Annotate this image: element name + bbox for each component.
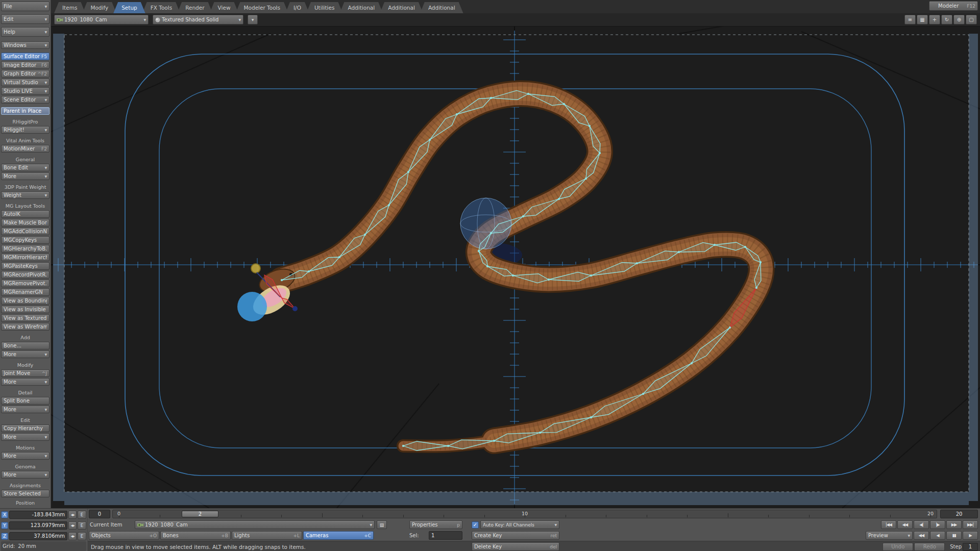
tab-i-o[interactable]: I/O	[285, 2, 309, 13]
sidebar-item-mgpastekeys[interactable]: MGPasteKeys	[1, 262, 50, 270]
sidebar-item-mgremovepivot[interactable]: MGRemovePivot...	[1, 280, 50, 287]
sidebar-item-motionmixer[interactable]: MotionMixerF2	[1, 145, 50, 153]
viewport-menu-button[interactable]: ▼	[248, 15, 258, 24]
preview-dropdown[interactable]: Preview▼	[866, 531, 913, 540]
spinner-control[interactable]: ◀▶	[68, 532, 77, 540]
selection-count-field[interactable]: 1	[429, 531, 462, 540]
redo-button[interactable]: Redo	[914, 543, 945, 551]
edit-menu[interactable]: Edit ▼	[1, 14, 50, 24]
sidebar-item-mghierarchytob[interactable]: MGHierarchyToB...	[1, 245, 50, 253]
tab-additional[interactable]: Additional	[380, 2, 423, 13]
sidebar-item-bone-edit[interactable]: Bone Edit▼	[1, 164, 50, 171]
sidebar-item-parent-in-place[interactable]: Parent in Place	[1, 107, 50, 115]
sidebar-item-copy-hierarchy[interactable]: Copy Hierarchy	[1, 424, 50, 432]
auto-key-dropdown[interactable]: Auto Key: All Channels ▼	[480, 520, 559, 529]
sidebar-item-autoik[interactable]: AutoIK	[1, 210, 50, 218]
sidebar-item-make-muscle-bone[interactable]: Make Muscle Bone	[1, 219, 50, 227]
tab-fx-tools[interactable]: FX Tools	[142, 2, 180, 13]
select-bones-button[interactable]: Bones+B	[160, 531, 231, 540]
sidebar-item-store-selected[interactable]: Store Selected	[1, 490, 50, 497]
sidebar-item-rhiggit[interactable]: RHiggit!▼	[1, 126, 50, 134]
next-frame-button[interactable]: |▶	[930, 520, 945, 529]
tab-modify[interactable]: Modify	[82, 2, 116, 13]
joint-handle[interactable]	[237, 292, 267, 321]
sidebar-item-split-bone[interactable]: Split Bone	[1, 397, 50, 405]
sidebar-item-more[interactable]: More▼	[1, 172, 50, 180]
modeler-button[interactable]: Modeler F12	[929, 1, 978, 11]
go-to-last-frame-button[interactable]: ▶▶|	[963, 520, 978, 529]
axis-y-button[interactable]: Y	[1, 522, 8, 529]
sidebar-item-mgmirrorhierarch[interactable]: MGMirrorHierarch...	[1, 254, 50, 261]
sidebar-item-more[interactable]: More▼	[1, 452, 50, 460]
undo-button[interactable]: Undo	[883, 543, 913, 551]
tab-modeler-tools[interactable]: Modeler Tools	[235, 2, 288, 13]
sidebar-item-more[interactable]: More▼	[1, 406, 50, 413]
tab-additional[interactable]: Additional	[420, 2, 463, 13]
sidebar-item-more[interactable]: More▼	[1, 378, 50, 386]
sidebar-item-mgrecordpivotr[interactable]: MGRecordPivotR...	[1, 271, 50, 279]
axis-z-button[interactable]: Z	[1, 533, 8, 540]
delete-key-button[interactable]: Delete Key del	[472, 542, 559, 551]
rotate-button[interactable]: ↻	[941, 15, 952, 24]
current-item-dropdown[interactable]: 1920_1080_Cam ▼	[135, 520, 375, 529]
sidebar-item-image-editor[interactable]: Image EditorF6	[1, 61, 50, 69]
camera-view-dropdown[interactable]: 1920_1080_Cam ▼	[54, 15, 149, 24]
viewport-canvas[interactable]	[51, 27, 980, 508]
help-menu[interactable]: Help ▼	[1, 27, 50, 37]
select-objects-button[interactable]: Objects+O	[89, 531, 159, 540]
pan-button[interactable]: +	[929, 15, 940, 24]
select-lights-button[interactable]: Lights+L	[232, 531, 302, 540]
item-list-button[interactable]: ▤	[377, 520, 387, 529]
preview-rewind-button[interactable]: ◀◀	[914, 531, 929, 540]
tab-items[interactable]: Items	[54, 2, 85, 13]
previous-frame-button[interactable]: ◀|	[914, 520, 929, 529]
tab-render[interactable]: Render	[177, 2, 212, 13]
sidebar-item-view-as-wireframe[interactable]: View as Wireframe	[1, 323, 50, 331]
position-y-field[interactable]: 123.0979mm	[9, 521, 67, 530]
envelope-button[interactable]: E	[78, 521, 86, 530]
properties-button[interactable]: Properties p	[409, 520, 462, 529]
position-x-field[interactable]: -183.843mm	[9, 511, 67, 519]
auto-key-checkbox[interactable]: ✓	[472, 521, 479, 529]
sidebar-item-bone[interactable]: Bone...	[1, 342, 50, 349]
sidebar-item-joint-move[interactable]: Joint Move^J	[1, 369, 50, 377]
sidebar-item-graph-editor[interactable]: Graph Editor^F2	[1, 70, 50, 78]
position-z-field[interactable]: 37.8106mm	[9, 532, 67, 540]
select-cameras-button[interactable]: Cameras+C	[303, 531, 374, 540]
sidebar-item-virtual-studio[interactable]: Virtual Studio▼	[1, 79, 50, 86]
tab-setup[interactable]: Setup	[113, 2, 145, 13]
step-field[interactable]: 1	[963, 543, 978, 551]
sidebar-item-studio-live[interactable]: Studio LIVE▼	[1, 87, 50, 95]
previous-keyframe-button[interactable]: ◀◀	[897, 520, 913, 529]
sidebar-item-surface-editor[interactable]: Surface EditorF5	[1, 53, 50, 60]
last-frame-field[interactable]: 20	[940, 510, 978, 518]
panes-button[interactable]: ▦	[917, 15, 928, 24]
tab-additional[interactable]: Additional	[339, 2, 383, 13]
envelope-button[interactable]: E	[78, 511, 86, 519]
sidebar-item-view-as-textured[interactable]: View as Textured	[1, 314, 50, 322]
rotation-handle[interactable]	[251, 264, 260, 273]
sidebar-item-mgaddcollisionn[interactable]: MGAddCollisionN...	[1, 228, 50, 235]
next-keyframe-button[interactable]: ▶▶	[946, 520, 962, 529]
sidebar-item-mgrenamergn[interactable]: MGRenamerGN	[1, 288, 50, 296]
first-frame-field[interactable]: 0	[89, 510, 110, 518]
file-menu[interactable]: File ▼	[1, 2, 50, 11]
sidebar-item-more[interactable]: More▼	[1, 433, 50, 441]
go-to-first-frame-button[interactable]: |◀◀	[881, 520, 896, 529]
sidebar-item-more[interactable]: More▼	[1, 350, 50, 358]
sidebar-item-scene-editor[interactable]: Scene Editor▼	[1, 96, 50, 104]
timeline-slider-handle[interactable]: 2	[182, 511, 218, 517]
viewport[interactable]	[51, 27, 980, 508]
sidebar-item-more[interactable]: More▼	[1, 471, 50, 479]
axis-x-button[interactable]: X	[1, 511, 8, 518]
preview-play-reverse-button[interactable]: ◀	[930, 531, 945, 540]
maximize-button[interactable]: ▢	[966, 15, 977, 24]
sidebar-item-mgcopykeys[interactable]: MGCopyKeys	[1, 236, 50, 244]
spinner-control[interactable]: ◀▶	[68, 521, 77, 530]
tab-utilities[interactable]: Utilities	[306, 2, 343, 13]
shading-mode-dropdown[interactable]: Textured Shaded Solid ▼	[153, 15, 243, 24]
menu-button[interactable]: ≡	[904, 15, 916, 24]
sidebar-item-view-as-invisible[interactable]: View as Invisible	[1, 306, 50, 313]
timeline-ruler[interactable]: 010202	[112, 510, 937, 518]
zoom-button[interactable]: ⊕	[953, 15, 965, 24]
